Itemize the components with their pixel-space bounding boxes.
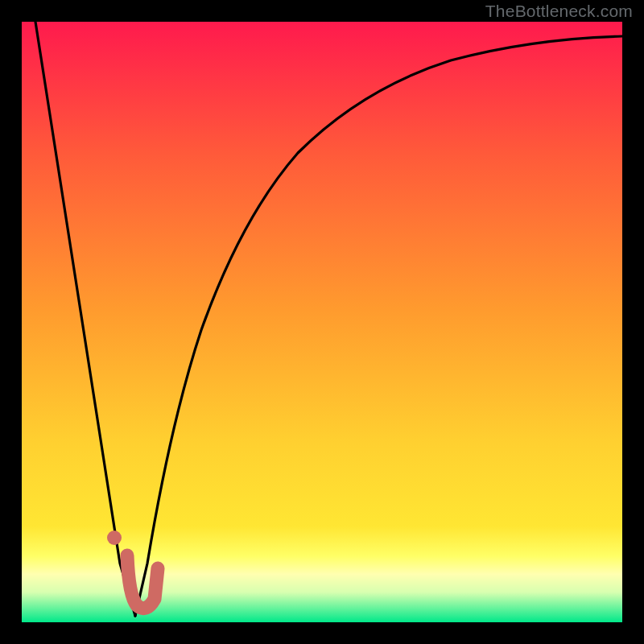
chart-stage: TheBottleneck.com: [0, 0, 644, 644]
attribution-text: TheBottleneck.com: [485, 2, 633, 21]
chart-svg: [0, 0, 644, 644]
marker-dot: [107, 530, 122, 545]
